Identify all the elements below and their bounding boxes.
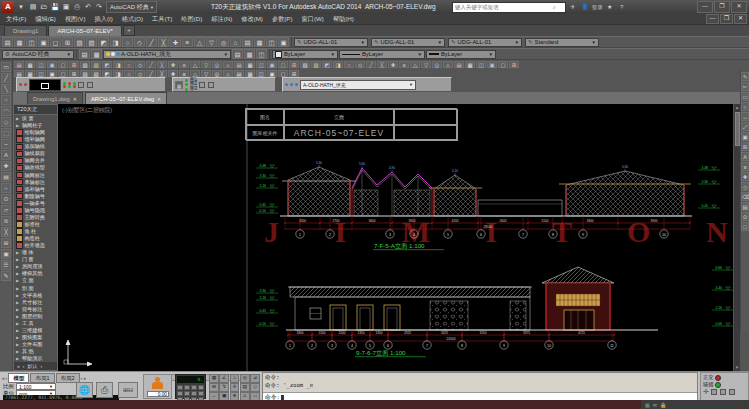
text-icon[interactable]: ▦ — [245, 61, 255, 68]
modify-tool-icon[interactable]: ⊞ — [741, 142, 749, 151]
saveas-icon[interactable]: ▣ — [61, 2, 71, 12]
paste-icon[interactable]: ◩ — [98, 37, 109, 47]
draw-tool-icon[interactable]: ◠ — [1, 106, 11, 116]
dyn-toggle-icon[interactable]: ✛ — [230, 383, 240, 392]
signin-person-icon[interactable]: 👤 — [580, 3, 590, 12]
nav-next-icon[interactable]: › — [40, 363, 42, 369]
stair-icon[interactable]: △ — [190, 61, 200, 68]
t20-menu-item[interactable]: ▶图块图案 — [14, 334, 57, 341]
modify-tool-icon[interactable]: ⊙ — [741, 212, 749, 221]
save-icon[interactable]: ◫ — [26, 37, 37, 47]
undo-icon[interactable]: ↶ — [83, 2, 93, 12]
column-icon[interactable]: ⊞ — [69, 61, 79, 68]
line-icon[interactable]: ≡ — [179, 70, 189, 77]
layer-states-icon[interactable]: ▦ — [91, 49, 102, 59]
command-window[interactable]: 命令:命令: '_zoom _e 命令: — [262, 372, 698, 401]
tray-icon[interactable]: ✉ — [653, 402, 657, 408]
t20-panel-header[interactable]: T20天正 — [14, 105, 57, 115]
tab-nav-icon[interactable]: « — [2, 375, 5, 381]
snap-toggle-icon[interactable]: ▦ — [209, 374, 219, 383]
open-icon[interactable]: 🗁 — [39, 2, 49, 12]
layout-icon[interactable]: ▽ — [421, 61, 431, 68]
mtext-icon[interactable]: ▦ — [245, 70, 255, 77]
axis-add-icon[interactable]: ▦ — [25, 61, 35, 68]
t20-menu-item[interactable]: ▶文件布图 — [14, 341, 57, 348]
tool-palettes-icon[interactable]: ⌂ — [230, 37, 241, 47]
t20-menu-item[interactable]: 轴网标注 — [14, 172, 57, 179]
trim-icon[interactable]: ◨ — [113, 70, 123, 77]
modify-tool-icon[interactable]: ⌫ — [741, 192, 749, 201]
menu-item[interactable]: 工具(T) — [152, 15, 172, 24]
bay-window-icon[interactable]: ╱ — [146, 61, 156, 68]
dim-angular-icon[interactable]: ⊞ — [289, 61, 299, 68]
view-icon[interactable]: ▦ — [175, 81, 183, 89]
t20-menu-item[interactable]: 删除轴号 — [14, 193, 57, 200]
erase-icon[interactable]: ▤ — [14, 70, 24, 77]
corner-window-icon[interactable]: ◇ — [135, 61, 145, 68]
t20-menu-item[interactable]: 一轴多号 — [14, 200, 57, 207]
menu-item[interactable]: 窗口(W) — [302, 15, 324, 24]
doc-close-button[interactable]: ✕ — [734, 14, 747, 24]
zoom-previous-icon[interactable]: △ — [194, 37, 205, 47]
app-menu-arrow-icon[interactable]: ▾ — [16, 2, 26, 12]
help-icon[interactable]: ? — [617, 3, 627, 12]
draw-tool-icon[interactable]: ○ — [1, 95, 11, 105]
draw-tool-icon[interactable]: ▱ — [1, 205, 11, 215]
help-t20-icon[interactable]: ⌂ — [443, 61, 453, 68]
menu-item[interactable]: 绘图(D) — [181, 15, 202, 24]
help-icon[interactable]: ▣ — [278, 37, 289, 47]
redo-icon[interactable]: ╱ — [146, 37, 157, 47]
calc-key[interactable] — [177, 391, 183, 397]
modify-tool-icon[interactable]: ≡ — [741, 162, 749, 171]
markup-icon[interactable]: ▦ — [254, 37, 265, 47]
mini-button[interactable] — [78, 82, 84, 88]
snap-assist-toggle[interactable]: 辅捕 — [703, 381, 746, 388]
minimize-button[interactable]: — — [697, 1, 713, 13]
t20-menu-item[interactable]: ▶工 具 — [14, 320, 57, 327]
rect-icon[interactable]: ⌂ — [223, 70, 233, 77]
calculator-widget[interactable]: 0. — [175, 374, 206, 399]
layer-control-icon[interactable]: ○ — [344, 61, 354, 68]
doc-minimize-button[interactable]: — — [706, 14, 719, 24]
file-tab[interactable]: Drawing1 — [4, 25, 47, 36]
t20-menu-item[interactable]: ▶帮助演示 — [14, 355, 57, 362]
explode-icon[interactable]: ✚ — [168, 70, 178, 77]
t20-menu-item[interactable]: 标准柱 — [14, 221, 57, 228]
nav-first-icon[interactable]: « — [17, 363, 20, 369]
block-icon[interactable]: ✚ — [388, 61, 398, 68]
t20-menu-item[interactable]: ▶图层控制 — [14, 313, 57, 320]
wall-icon[interactable]: ▨ — [91, 61, 101, 68]
zoom-window-icon[interactable]: ≡ — [182, 37, 193, 47]
draw-tool-icon[interactable]: ◇ — [1, 117, 11, 127]
dim-style-dropdown[interactable]: ✎UDG-ALL-01▼ — [371, 38, 445, 47]
pan-icon[interactable]: ╳ — [158, 37, 169, 47]
layout-tab[interactable]: 布局1 — [30, 373, 54, 383]
copy-icon[interactable]: ▨ — [86, 37, 97, 47]
color-dropdown[interactable]: ByLayer▼ — [272, 50, 338, 59]
draw-tool-icon[interactable]: ⬚ — [1, 128, 11, 138]
menu-item[interactable]: 标注(N) — [211, 15, 232, 24]
close-tab-icon[interactable]: ✕ — [73, 96, 77, 102]
draw-tool-icon[interactable]: ≋ — [1, 216, 11, 226]
match-properties-icon[interactable]: ◨ — [110, 37, 121, 47]
t20-menu-item[interactable]: ▶墙 体 — [14, 249, 57, 256]
view-list-item[interactable]: 图3 — [185, 87, 197, 92]
workspace-switcher[interactable]: AutoCAD 经典 ▾ — [106, 1, 157, 13]
symbol-index-icon[interactable]: ◩ — [322, 61, 332, 68]
draw-tool-icon[interactable]: ▤ — [1, 172, 11, 182]
menu-item[interactable]: 编辑(E) — [35, 15, 56, 24]
mleader-style-dropdown[interactable]: ✎Standard▼ — [525, 38, 599, 47]
modify-tool-icon[interactable]: ◇ — [741, 182, 749, 191]
modify-tool-icon[interactable]: ✚ — [741, 172, 749, 181]
block-editor-icon[interactable]: ○ — [122, 37, 133, 47]
osnap-toggle-icon[interactable]: ⊿ — [250, 374, 260, 383]
draw-tool-icon[interactable]: ⌔ — [1, 183, 11, 193]
layer-previous-icon[interactable]: ▦ — [244, 49, 255, 59]
draw-tool-icon[interactable]: ╳ — [1, 227, 11, 237]
calc-key[interactable] — [191, 391, 197, 397]
ramp-icon[interactable]: ◎ — [212, 61, 222, 68]
height-value-field[interactable]: 0.00 — [147, 391, 169, 397]
stretch-icon[interactable]: ◩ — [102, 70, 112, 77]
model-3d-icon[interactable]: ╳ — [377, 61, 387, 68]
fillet-icon[interactable]: ╳ — [157, 70, 167, 77]
